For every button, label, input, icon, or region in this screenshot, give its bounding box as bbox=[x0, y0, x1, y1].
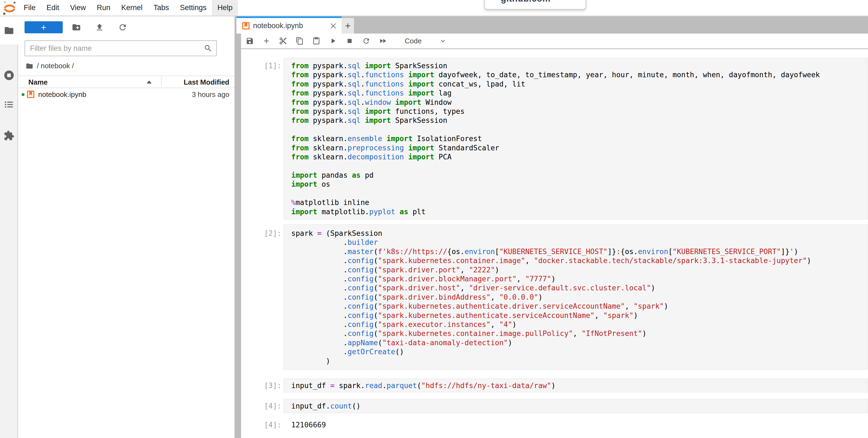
file-last-modified: 3 hours ago bbox=[192, 90, 229, 99]
code-editor[interactable]: input_df.count() bbox=[284, 399, 868, 413]
column-header-name[interactable]: Name bbox=[28, 78, 48, 87]
output-text: 12106669 bbox=[284, 420, 868, 429]
sidebar-tab-running-kernels[interactable] bbox=[0, 64, 18, 87]
plus-icon: + bbox=[345, 21, 351, 31]
file-browser-panel: + / notebook / Name Last Modified notebo… bbox=[18, 17, 235, 438]
file-name: notebook.ipynb bbox=[38, 90, 86, 99]
puzzle-icon bbox=[4, 130, 14, 141]
jupyter-logo-icon bbox=[2, 1, 17, 16]
sort-ascending-icon bbox=[147, 81, 152, 84]
paste-cells-button[interactable] bbox=[312, 37, 320, 45]
sidebar-tab-table-of-contents[interactable] bbox=[0, 93, 18, 116]
column-header-last-modified[interactable]: Last Modified bbox=[184, 78, 229, 87]
notebook-cells: [1]:from pyspark.sql import SparkSession… bbox=[241, 58, 868, 429]
menu-bar: File Edit View Run Kernel Tabs Settings … bbox=[0, 0, 868, 17]
refresh-files-button[interactable] bbox=[118, 23, 127, 32]
breadcrumb-path[interactable]: / notebook / bbox=[37, 62, 74, 70]
menu-file[interactable]: File bbox=[18, 0, 41, 16]
new-folder-icon bbox=[72, 23, 81, 32]
link-preview-popup: github.com bbox=[484, 0, 586, 9]
new-folder-button[interactable] bbox=[72, 23, 81, 32]
cell-output-row: [4]:12106669 bbox=[241, 420, 868, 429]
output-prompt: [4]: bbox=[241, 420, 284, 429]
file-row-notebook[interactable]: notebook.ipynb 3 hours ago bbox=[18, 88, 235, 101]
copy-cells-button[interactable] bbox=[296, 37, 304, 45]
menu-kernel[interactable]: Kernel bbox=[116, 0, 148, 16]
restart-run-all-button[interactable] bbox=[379, 37, 387, 45]
execution-count: [4]: bbox=[241, 399, 284, 413]
home-folder-icon bbox=[26, 62, 33, 70]
sidebar-tab-extensions[interactable] bbox=[0, 124, 18, 147]
save-button[interactable] bbox=[246, 37, 254, 45]
cell-type-value: Code bbox=[405, 37, 422, 45]
add-cell-button[interactable] bbox=[262, 37, 271, 45]
cut-cells-button[interactable] bbox=[279, 37, 287, 45]
restart-kernel-button[interactable] bbox=[362, 37, 370, 45]
file-list-header: Name Last Modified bbox=[18, 76, 235, 88]
code-cell: [4]:input_df.count() bbox=[241, 399, 868, 413]
code-editor[interactable]: input_df = spark.read.parquet("hdfs://hd… bbox=[284, 379, 868, 392]
new-launcher-button[interactable]: + bbox=[25, 21, 63, 33]
menu-view[interactable]: View bbox=[65, 0, 91, 16]
kernel-running-dot bbox=[22, 93, 25, 96]
code-cell: [2]:spark = (SparkSession .builder .mast… bbox=[241, 224, 868, 370]
notebook-tab-icon bbox=[242, 22, 250, 29]
panel-scrollbar[interactable] bbox=[235, 17, 241, 438]
upload-icon bbox=[95, 23, 104, 32]
menu-settings[interactable]: Settings bbox=[175, 0, 212, 16]
search-icon bbox=[204, 44, 212, 53]
notebook-scroll-area[interactable]: [1]:from pyspark.sql import SparkSession… bbox=[241, 49, 868, 438]
chevron-down-icon bbox=[439, 37, 447, 45]
breadcrumb[interactable]: / notebook / bbox=[26, 62, 74, 70]
code-cell: [1]:from pyspark.sql import SparkSession… bbox=[241, 58, 868, 220]
tab-title: notebook.ipynb bbox=[253, 22, 303, 30]
file-filter-box bbox=[25, 40, 217, 56]
notebook-toolbar: Code bbox=[241, 34, 868, 49]
new-tab-button[interactable]: + bbox=[342, 18, 354, 34]
menu-run[interactable]: Run bbox=[91, 0, 116, 16]
execution-count: [3]: bbox=[241, 379, 284, 392]
refresh-icon bbox=[118, 23, 127, 32]
menu-edit[interactable]: Edit bbox=[41, 0, 65, 16]
sidebar-tab-file-browser[interactable] bbox=[0, 19, 18, 42]
popup-url-text: github.com bbox=[501, 0, 551, 4]
file-filter-input[interactable] bbox=[25, 41, 216, 56]
execution-count: [1]: bbox=[241, 58, 284, 220]
close-tab-icon[interactable] bbox=[329, 22, 337, 30]
upload-button[interactable] bbox=[95, 23, 104, 32]
running-kernels-icon bbox=[3, 69, 15, 81]
code-editor[interactable]: from pyspark.sql import SparkSessionfrom… bbox=[284, 58, 868, 220]
dock-tab-bar: notebook.ipynb + bbox=[235, 17, 868, 34]
code-cell: [3]:input_df = spark.read.parquet("hdfs:… bbox=[241, 379, 868, 392]
tab-notebook[interactable]: notebook.ipynb bbox=[237, 17, 342, 34]
code-editor[interactable]: spark = (SparkSession .builder .master(f… bbox=[284, 224, 868, 370]
sidebar-tab-strip bbox=[0, 17, 18, 438]
execution-count: [2]: bbox=[241, 224, 284, 370]
cell-type-dropdown[interactable]: Code bbox=[405, 37, 447, 45]
folder-icon bbox=[4, 25, 14, 36]
list-icon bbox=[4, 99, 14, 110]
run-cell-button[interactable] bbox=[329, 37, 337, 45]
column-divider[interactable] bbox=[161, 77, 162, 87]
interrupt-kernel-button[interactable] bbox=[345, 37, 354, 45]
menu-tabs[interactable]: Tabs bbox=[148, 0, 175, 16]
menu-help[interactable]: Help bbox=[212, 0, 238, 16]
plus-icon: + bbox=[41, 23, 46, 32]
menu-items: File Edit View Run Kernel Tabs Settings … bbox=[18, 0, 238, 16]
notebook-file-icon bbox=[27, 91, 34, 98]
